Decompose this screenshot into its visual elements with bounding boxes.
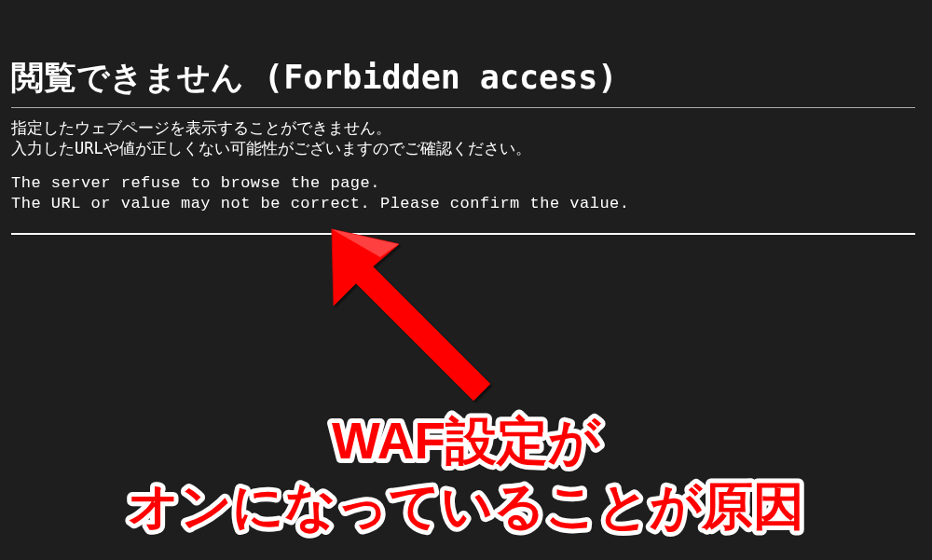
error-message-jp-2: 入力したURLや値が正しくない可能性がございますのでご確認ください。 (11, 138, 915, 158)
page-title: 閲覧できません (Forbidden access) (11, 56, 915, 100)
error-page-content: 閲覧できません (Forbidden access) 指定したウェブページを表示… (0, 0, 932, 246)
annotation-text: WAF設定が オンになっていることが原因 (0, 407, 932, 551)
annotation-line-2: オンになっていることが原因 (128, 477, 804, 535)
spacer (11, 158, 915, 173)
divider-bottom (11, 233, 915, 235)
error-message-en-2: The URL or value may not be correct. Ple… (11, 194, 915, 214)
svg-marker-0 (332, 229, 490, 401)
error-message-en-1: The server refuse to browse the page. (11, 173, 915, 194)
divider-top (11, 107, 915, 108)
annotation-line-1: WAF設定が (332, 412, 601, 470)
error-message-jp-1: 指定したウェブページを表示することができません。 (11, 117, 915, 138)
